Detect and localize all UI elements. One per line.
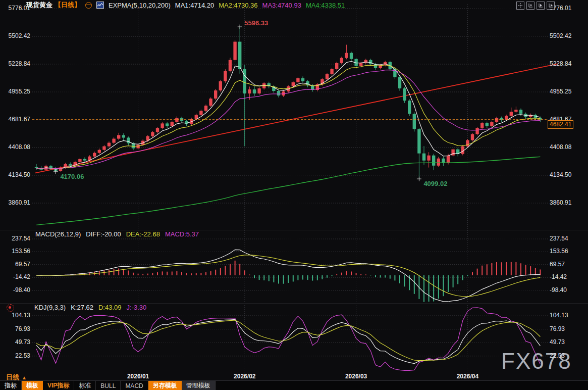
time-axis-label: 2026/02: [234, 373, 255, 380]
ma2-value: MA2:4730.36: [219, 2, 257, 9]
kdj-axis-label: 104.13: [0, 312, 30, 319]
axis-shift-right-tool-icon[interactable]: [547, 2, 555, 10]
price-axis-label: 4955.25: [0, 88, 30, 95]
price-axis-label: 4134.50: [0, 171, 30, 178]
mini-chart-icon[interactable]: [96, 2, 104, 9]
price-axis-label: 3860.91: [0, 199, 30, 206]
price-axis-label: 4955.25: [550, 88, 571, 95]
kdj-title: KDJ(9,3,3): [34, 304, 66, 311]
chart-canvas[interactable]: 5596.334170.064099.02: [0, 0, 588, 380]
price-axis-label: 4134.50: [550, 171, 571, 178]
tab-另存模板[interactable]: 另存模板: [148, 381, 182, 390]
tab-VIP指标[interactable]: VIP指标: [43, 381, 74, 390]
tab-标准[interactable]: 标准: [74, 381, 96, 390]
kdj-axis-label: 49.73: [0, 338, 30, 346]
macd-macd-value: MACD:5.37: [165, 230, 199, 238]
macd-axis-label: -98.40: [0, 286, 30, 294]
chart-header: 现货黄金 【日线】 EXPMA(5,10,20,200) MA1:4714.20…: [26, 1, 345, 9]
period-tag[interactable]: 【日线】: [55, 1, 81, 10]
tab-模板[interactable]: 模板: [22, 381, 43, 390]
kdj-axis-label: 22.53: [0, 352, 30, 359]
price-annotation: 4170.06: [60, 173, 84, 180]
axis-scale-play-tool-icon[interactable]: [537, 2, 545, 10]
kdj-axis-label: 49.73: [550, 338, 565, 346]
macd-axis-label: -98.40: [550, 286, 567, 294]
price-axis-label: 5502.42: [550, 32, 571, 39]
time-axis-label: 2026/04: [457, 373, 478, 380]
kdj-d-value: D:43.09: [98, 304, 122, 311]
time-axis-label: 2026/01: [127, 373, 149, 380]
kdj-axis-label: 104.13: [550, 312, 568, 319]
crosshair-tool-icon[interactable]: [516, 2, 524, 10]
bottom-tab-bar: 指标模板VIP指标标准BULLMACD另存模板管理模板: [0, 380, 588, 390]
price-axis-label: 3860.91: [550, 199, 571, 206]
alert-dot-icon[interactable]: [7, 304, 14, 312]
collapse-indicator-icon[interactable]: [85, 2, 92, 9]
price-axis-label: 5228.84: [0, 60, 30, 67]
ma1-value: MA1:4714.20: [175, 2, 214, 9]
symbol-name: 现货黄金: [26, 1, 52, 10]
macd-axis-label: 153.56: [0, 248, 30, 255]
macd-pane-header: MACD(26,12,9) DIFF:-20.00 DEA:-22.68 MAC…: [35, 230, 199, 238]
kdj-pane-header: KDJ(9,3,3) K:27.62 D:43.09 J:-3.30: [34, 304, 146, 311]
macd-diff-value: DIFF:-20.00: [86, 230, 121, 238]
macd-axis-label: 237.54: [0, 235, 30, 242]
kdj-axis-label: 76.93: [550, 325, 565, 332]
tab-MACD[interactable]: MACD: [121, 381, 148, 390]
price-axis-label: 5776.01: [0, 5, 30, 12]
price-axis-label: 4408.08: [550, 143, 571, 151]
ma4-value: MA4:4338.51: [306, 2, 345, 9]
macd-axis-label: 69.57: [550, 261, 565, 268]
kdj-axis-label: 22.53: [550, 352, 565, 359]
price-annotation: 4099.02: [423, 180, 447, 187]
price-annotation: 5596.33: [244, 19, 268, 27]
macd-title: MACD(26,12,9): [35, 230, 81, 238]
price-axis-label: 5502.42: [0, 32, 30, 39]
indicator-name-label: EXPMA(5,10,20,200): [109, 2, 171, 9]
price-axis-label: 4408.08: [0, 143, 30, 151]
chart-toolbar: [516, 2, 555, 10]
price-axis-label: 5228.84: [550, 60, 571, 67]
macd-dea-value: DEA:-22.68: [126, 230, 160, 238]
tab-管理模板[interactable]: 管理模板: [182, 381, 216, 390]
tab-BULL[interactable]: BULL: [96, 381, 121, 390]
kdj-k-value: K:27.62: [71, 304, 93, 311]
chart-app-window: 5596.334170.064099.02 FX678 现货黄金 【日线】 EX…: [0, 0, 588, 390]
macd-axis-label: -14.42: [550, 273, 567, 280]
last-price-badge: 4682.41: [548, 120, 573, 129]
ma3-value: MA3:4740.93: [262, 2, 301, 9]
price-axis-label: 4681.67: [0, 116, 30, 123]
macd-axis-label: -14.42: [0, 273, 30, 280]
kdj-axis-label: 76.93: [0, 325, 30, 332]
macd-axis-label: 153.56: [550, 248, 568, 255]
timeframe-arrow-icon: ▲: [22, 375, 27, 380]
macd-axis-label: 69.57: [0, 261, 30, 268]
macd-axis-label: 237.54: [550, 235, 568, 242]
kdj-j-value: J:-3.30: [127, 304, 147, 311]
axis-scale-left-tool-icon[interactable]: [526, 2, 534, 10]
tab-指标[interactable]: 指标: [0, 381, 22, 390]
time-axis-label: 2026/03: [345, 373, 367, 380]
